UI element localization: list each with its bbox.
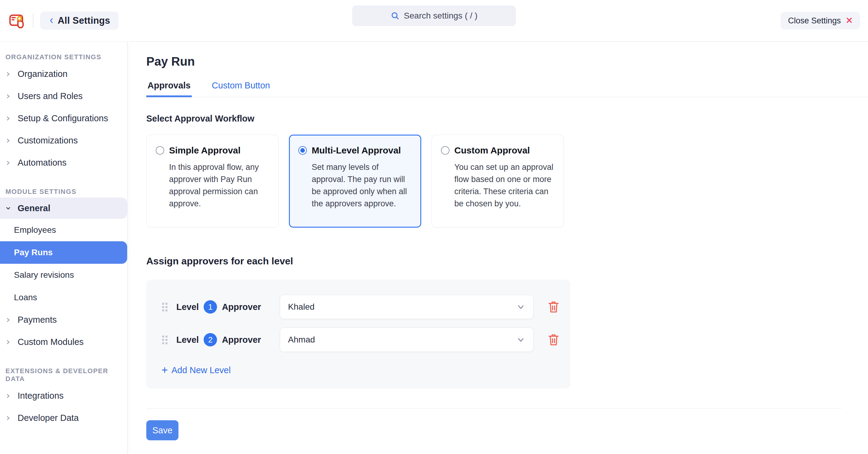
back-chevron-icon <box>49 18 54 23</box>
workflow-option-multi-level-approval[interactable]: Multi-Level Approval Set many levels of … <box>289 135 421 228</box>
close-settings-label: Close Settings <box>788 16 841 26</box>
trash-icon <box>548 333 560 346</box>
page-title: Pay Run <box>146 55 868 68</box>
search-settings-input[interactable]: Search settings ( / ) <box>352 5 516 26</box>
save-button[interactable]: Save <box>146 420 179 440</box>
radio-unchecked-icon[interactable] <box>441 146 450 155</box>
pay-run-settings-panel: Pay Run Approvals Custom Button Select A… <box>129 41 868 454</box>
sidebar-item-pay-runs[interactable]: Pay Runs <box>0 241 127 264</box>
approver-selected-value: Ahmad <box>288 335 315 345</box>
workflow-options: Simple Approval In this approval flow, a… <box>146 135 868 228</box>
approver-selected-value: Khaled <box>288 302 314 312</box>
chevron-right-icon <box>5 317 11 323</box>
section-header-extensions-developer-data: EXTENSIONS & DEVELOPER DATA <box>0 367 127 385</box>
section-header-organization-settings: ORGANIZATION SETTINGS <box>0 53 127 63</box>
level-number-badge: 1 <box>204 300 217 314</box>
sidebar-item-developer-data[interactable]: Developer Data <box>0 407 127 429</box>
close-settings-button[interactable]: Close Settings ✕ <box>781 12 860 29</box>
workflow-option-custom-approval[interactable]: Custom Approval You can set up an approv… <box>432 135 564 228</box>
sidebar-item-customizations[interactable]: Customizations <box>0 130 127 152</box>
chevron-right-icon <box>5 116 11 121</box>
delete-level-button[interactable] <box>547 333 560 347</box>
close-x-icon: ✕ <box>846 17 853 25</box>
approver-level-row-1: Level 1 Approver Khaled <box>161 295 570 319</box>
level-label: Level <box>176 335 199 345</box>
chevron-down-icon <box>5 205 11 211</box>
sidebar-item-salary-revisions[interactable]: Salary revisions <box>0 264 127 286</box>
sidebar-item-custom-modules[interactable]: Custom Modules <box>0 331 127 353</box>
radio-checked-icon[interactable] <box>298 146 307 155</box>
section-spacer <box>0 353 127 367</box>
sidebar-item-integrations[interactable]: Integrations <box>0 385 127 407</box>
assign-approvers-heading: Assign approvers for each level <box>146 256 868 267</box>
tab-approvals[interactable]: Approvals <box>146 81 192 97</box>
sidebar-item-organization[interactable]: Organization <box>0 63 127 85</box>
approver-label: Approver <box>222 335 261 345</box>
trash-icon <box>548 300 560 314</box>
app-logo-icon <box>8 12 26 29</box>
sidebar-item-loans[interactable]: Loans <box>0 286 127 309</box>
section-divider <box>146 408 841 409</box>
all-settings-back-button[interactable]: All Settings <box>40 11 119 30</box>
drag-handle-icon[interactable] <box>161 335 168 345</box>
tab-custom-button[interactable]: Custom Button <box>211 81 271 97</box>
back-button-label: All Settings <box>58 15 110 26</box>
workflow-option-simple-approval[interactable]: Simple Approval In this approval flow, a… <box>146 135 279 228</box>
sidebar-item-general[interactable]: General <box>0 198 127 219</box>
chevron-right-icon <box>5 138 11 143</box>
sidebar-item-payments[interactable]: Payments <box>0 309 127 331</box>
level-number-badge: 2 <box>204 333 217 346</box>
chevron-down-icon <box>516 335 525 344</box>
chevron-right-icon <box>5 393 11 399</box>
workflow-option-description: In this approval flow, any approver with… <box>169 161 269 210</box>
chevron-right-icon <box>5 416 11 421</box>
sidebar-item-employees[interactable]: Employees <box>0 219 127 241</box>
section-header-module-settings: MODULE SETTINGS <box>0 188 127 198</box>
settings-sidebar: ORGANIZATION SETTINGS Organization Users… <box>0 41 128 454</box>
radio-unchecked-icon[interactable] <box>156 146 164 155</box>
chevron-right-icon <box>5 339 11 345</box>
approver-levels-panel: Level 1 Approver Khaled Level <box>146 280 570 388</box>
chevron-down-icon <box>516 302 525 311</box>
sidebar-item-automations[interactable]: Automations <box>0 152 127 174</box>
top-bar: All Settings Search settings ( / ) Close… <box>0 0 868 41</box>
plus-icon: + <box>161 365 168 376</box>
settings-app: All Settings Search settings ( / ) Close… <box>0 0 868 454</box>
chevron-right-icon <box>5 72 11 77</box>
delete-level-button[interactable] <box>547 300 560 314</box>
approver-label: Approver <box>222 302 261 312</box>
section-spacer <box>0 174 127 188</box>
tab-bar: Approvals Custom Button <box>146 81 868 97</box>
workflow-heading: Select Approval Workflow <box>146 114 868 124</box>
search-icon <box>391 11 400 20</box>
search-placeholder-text: Search settings ( / ) <box>404 11 478 21</box>
level-label: Level <box>176 302 199 312</box>
workflow-option-description: You can set up an approval flow based on… <box>454 161 555 210</box>
approver-select-level-1[interactable]: Khaled <box>280 295 533 319</box>
topbar-divider <box>33 14 33 28</box>
workflow-option-description: Set many levels of approval. The pay run… <box>312 161 412 210</box>
chevron-right-icon <box>5 93 11 99</box>
sidebar-item-setup-configurations[interactable]: Setup & Configurations <box>0 107 127 130</box>
chevron-right-icon <box>5 160 11 166</box>
sidebar-item-users-and-roles[interactable]: Users and Roles <box>0 85 127 107</box>
drag-handle-icon[interactable] <box>161 302 168 312</box>
add-new-level-button[interactable]: + Add New Level <box>161 365 231 376</box>
approver-level-row-2: Level 2 Approver Ahmad <box>161 328 570 352</box>
add-new-level-label: Add New Level <box>172 365 231 375</box>
approver-select-level-2[interactable]: Ahmad <box>280 328 533 352</box>
